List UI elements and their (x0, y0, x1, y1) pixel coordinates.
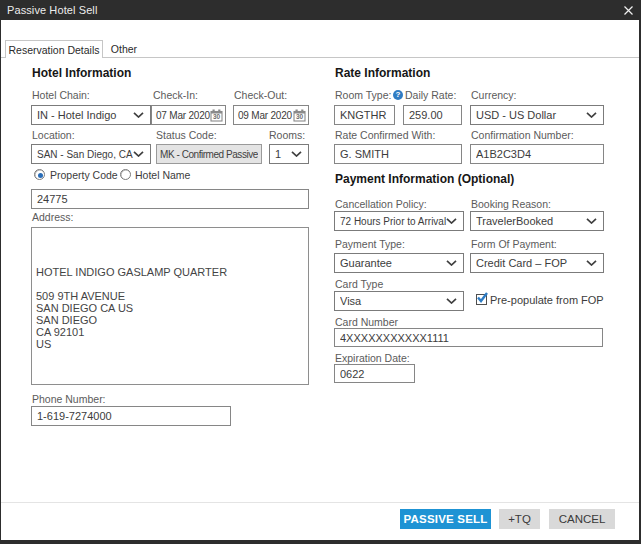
chevron-down-icon (446, 298, 457, 304)
check-out-value: 09 Mar 2020 (238, 110, 293, 121)
cancel-button[interactable]: CANCEL (549, 509, 615, 529)
cancellation-policy-label: Cancellation Policy: (335, 198, 427, 211)
payment-type-value: Guarantee (340, 257, 449, 269)
pre-populate-checkbox[interactable] (476, 294, 487, 305)
booking-reason-select[interactable]: TravelerBooked (470, 211, 604, 231)
check-in-label: Check-In: (153, 89, 198, 102)
tab-reservation-details[interactable]: Reservation Details (5, 40, 103, 58)
chevron-down-icon (133, 112, 144, 118)
cancellation-policy-value: 72 Hours Prior to Arrival (340, 216, 449, 227)
check-in-datepicker[interactable]: 07 Mar 2020 30 (151, 105, 226, 125)
calendar-icon: 30 (293, 109, 306, 122)
passive-sell-button[interactable]: PASSIVE SELL (400, 509, 491, 529)
titlebar: Passive Hotel Sell (0, 0, 641, 20)
card-type-value: Visa (340, 295, 449, 307)
currency-value: USD - US Dollar (476, 109, 589, 121)
address-textarea[interactable] (31, 227, 309, 385)
rate-information-heading: Rate Information (335, 66, 430, 80)
chevron-down-icon (133, 151, 144, 157)
property-code-radio[interactable] (34, 169, 45, 180)
chevron-down-icon (291, 151, 302, 157)
tab-other[interactable]: Other (103, 40, 145, 58)
room-type-label: Room Type: (335, 89, 391, 102)
passive-hotel-sell-dialog: Passive Hotel Sell Reservation Details O… (0, 0, 641, 544)
rate-confirmed-with-input[interactable] (334, 144, 462, 164)
form-of-payment-label: Form Of Payment: (471, 238, 557, 251)
radio-selected-dot (38, 173, 43, 178)
card-number-input[interactable] (334, 328, 603, 347)
daily-rate-label: Daily Rate: (405, 89, 456, 102)
close-icon (624, 6, 633, 15)
chevron-down-icon (586, 112, 597, 118)
expiration-date-input[interactable] (334, 364, 415, 383)
hotel-information-heading: Hotel Information (32, 66, 131, 80)
form-of-payment-value: Credit Card – FOP (476, 257, 589, 269)
payment-information-heading: Payment Information (Optional) (335, 172, 514, 186)
rooms-label: Rooms: (269, 129, 305, 142)
room-type-info-icon[interactable]: ? (393, 90, 403, 100)
check-out-label: Check-Out: (234, 89, 287, 102)
hotel-name-radio-label: Hotel Name (135, 169, 190, 181)
tab-reservation-details-label: Reservation Details (8, 44, 99, 56)
tab-other-label: Other (111, 43, 137, 55)
form-of-payment-select[interactable]: Credit Card – FOP (470, 253, 604, 273)
footer-divider (1, 502, 639, 503)
chevron-down-icon (586, 260, 597, 266)
calendar-icon: 30 (210, 109, 223, 122)
rate-confirmed-with-label: Rate Confirmed With: (335, 129, 435, 142)
rooms-select[interactable]: 1 (269, 144, 309, 164)
property-code-radio-label: Property Code (50, 169, 118, 181)
booking-reason-value: TravelerBooked (476, 215, 589, 227)
chevron-down-icon (586, 218, 597, 224)
chevron-down-icon (446, 218, 457, 224)
svg-text:30: 30 (296, 113, 304, 120)
checkmark-icon (476, 291, 489, 304)
phone-number-input[interactable] (31, 406, 231, 426)
location-label: Location: (32, 129, 75, 142)
hotel-chain-select[interactable]: IN - Hotel Indigo (31, 105, 151, 125)
hotel-chain-value: IN - Hotel Indigo (37, 109, 136, 121)
close-button[interactable] (619, 0, 637, 20)
property-code-input[interactable] (31, 189, 309, 209)
phone-number-label: Phone Number: (32, 393, 106, 406)
svg-text:30: 30 (213, 113, 221, 120)
chevron-down-icon (446, 260, 457, 266)
confirmation-number-label: Confirmation Number: (471, 129, 574, 142)
payment-type-label: Payment Type: (335, 238, 405, 251)
payment-type-select[interactable]: Guarantee (334, 253, 464, 273)
hotel-chain-label: Hotel Chain: (32, 89, 90, 102)
currency-label: Currency: (471, 89, 517, 102)
status-code-field (156, 144, 262, 164)
booking-reason-label: Booking Reason: (471, 198, 551, 211)
card-type-select[interactable]: Visa (334, 291, 464, 311)
pre-populate-checkbox-label: Pre-populate from FOP (490, 294, 604, 306)
card-type-label: Card Type (335, 278, 383, 291)
check-out-datepicker[interactable]: 09 Mar 2020 30 (233, 105, 309, 125)
tq-button[interactable]: +TQ (499, 509, 540, 529)
status-code-label: Status Code: (156, 129, 217, 142)
daily-rate-input[interactable] (403, 105, 462, 125)
confirmation-number-input[interactable] (470, 144, 604, 164)
currency-select[interactable]: USD - US Dollar (470, 105, 604, 125)
address-label: Address: (32, 211, 73, 224)
check-in-value: 07 Mar 2020 (156, 110, 210, 121)
hotel-name-radio[interactable] (120, 169, 131, 180)
window-title: Passive Hotel Sell (0, 4, 97, 16)
room-type-input[interactable] (334, 105, 395, 125)
location-value: SAN - San Diego, CA (37, 149, 136, 160)
cancellation-policy-select[interactable]: 72 Hours Prior to Arrival (334, 211, 464, 231)
location-select[interactable]: SAN - San Diego, CA (31, 144, 151, 164)
